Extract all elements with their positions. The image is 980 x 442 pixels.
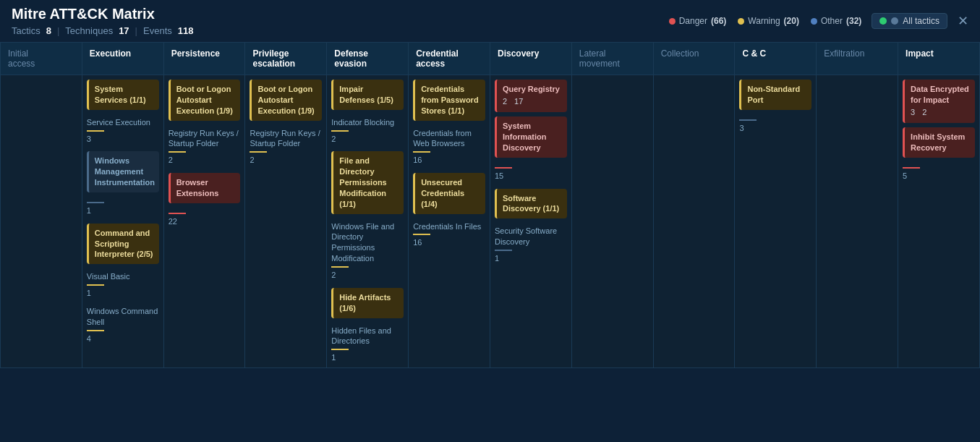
card-title: Inhibit System Recovery [911,132,969,153]
sub-divider [413,234,430,235]
sub-count: 1 [87,288,159,299]
sub-divider [87,284,104,286]
matrix-table: Initialaccess Execution Persistence Priv… [0,42,980,368]
card-non-standard-port[interactable]: Non-Standard Port [739,80,811,110]
count-val-2: 17 [514,96,523,106]
sub-non-standard: 3 [739,114,811,134]
sub-hidden-files: Hidden Files and Directories 1 [331,323,404,364]
sub-inhibit: 5 [903,162,975,182]
sub-divider [495,167,512,169]
sub-count: 1 [495,253,567,264]
sub-count: 2 [331,134,404,145]
card-query-registry[interactable]: Query Registry 2 17 [495,80,567,112]
sub-count: 16 [413,155,485,166]
header-left: Mitre ATT&CK Matrix Tactics 8 | Techniqu… [12,6,193,36]
sub-label: Credentials from Web Browsers [413,128,485,150]
card-file-perms[interactable]: File and Directory Permissions Modificat… [331,151,404,213]
danger-label: Danger [679,16,707,26]
count-val-2: 2 [922,107,926,117]
sub-label: Hidden Files and Directories [331,326,404,347]
card-creds-password-stores[interactable]: Credentials from Password Stores (1/1) [413,80,485,121]
cell-exfiltration [817,75,898,368]
col-persistence: Persistence [163,43,245,75]
sub-cmd-shell: Windows Command Shell 4 [87,303,159,344]
techniques-value: 17 [119,25,129,36]
count-row: 3 2 [911,106,969,119]
sub-divider [739,119,757,121]
toggle-green-dot [879,17,887,25]
col-cnc: C & C [735,43,817,75]
col-credential: Credentialaccess [409,43,490,75]
card-title: File and Directory Permissions Modificat… [339,156,398,209]
sub-divider [331,130,349,132]
card-title: Credentials from Password Stores (1/1) [421,84,480,116]
count-row: 2 17 [503,95,561,108]
other-count: (32) [846,16,861,26]
cell-defense-evasion: Impair Defenses (1/5) Indicator Blocking… [327,75,409,368]
sub-divider [903,167,920,169]
toggle-label: All tactics [903,16,939,26]
sub-sys-info: 15 [495,162,567,182]
cell-credential-access: Credentials from Password Stores (1/1) C… [409,75,490,368]
card-title: Browser Extensions [176,177,235,199]
card-title: Unsecured Credentials (1/4) [421,177,480,210]
sub-label: Registry Run Keys / Startup Folder [169,128,241,150]
sub-divider [495,250,512,251]
all-tactics-toggle[interactable]: All tactics [872,13,947,29]
sub-divider [87,202,104,203]
sub-count: 2 [250,155,322,166]
card-wmi[interactable]: Windows Management Instrumentation [87,151,159,192]
header-stats: Tactics 8 | Techniques 17 | Events 118 [12,25,193,36]
sub-label: Registry Run Keys / Startup Folder [250,128,322,150]
sub-count: 15 [495,171,567,182]
cell-discovery: Query Registry 2 17 System Information D… [490,75,571,368]
card-browser-ext[interactable]: Browser Extensions [169,173,241,203]
warning-dot [738,18,744,25]
sub-count: 2 [331,270,404,281]
sub-label: Windows Command Shell [87,306,159,328]
col-privilege: Privilegeescalation [245,43,327,75]
sub-divider [87,330,104,331]
card-title: Non-Standard Port [747,84,806,106]
card-hide-artifacts[interactable]: Hide Artifacts (1/6) [331,288,404,318]
card-title: System Services (1/1) [95,84,153,106]
warning-count: (20) [784,16,799,26]
close-button[interactable]: ✕ [958,13,968,29]
card-unsecured-creds[interactable]: Unsecured Credentials (1/4) [413,173,485,214]
sub-count: 4 [87,333,159,344]
cell-persistence: Boot or Logon Autostart Execution (1/9) … [163,75,245,368]
card-sys-info-discovery[interactable]: System Information Discovery [495,116,567,158]
card-software-discovery[interactable]: Software Discovery (1/1) [495,189,567,219]
card-title: Data Encrypted for Impact [911,84,969,106]
other-label: Other [821,16,843,26]
cell-privilege-escalation: Boot or Logon Autostart Execution (1/9) … [245,75,327,368]
col-initial-access: Initialaccess [1,43,82,75]
sub-wmi: 1 [87,197,159,216]
sub-divider [331,266,349,268]
card-inhibit-recovery[interactable]: Inhibit System Recovery [903,127,975,158]
sub-label: Windows File and Directory Permissions M… [331,221,404,264]
col-exfiltration: Exfiltration [817,43,898,75]
card-system-services[interactable]: System Services (1/1) [87,80,159,110]
sub-count: 1 [331,352,404,363]
sub-security-software: Security Software Discovery 1 [495,223,567,264]
danger-count: (66) [711,16,726,26]
col-impact: Impact [898,43,980,75]
sub-divider [250,151,267,153]
danger-dot [669,18,676,25]
matrix-row: System Services (1/1) Service Execution … [1,75,980,368]
cell-cnc: Non-Standard Port 3 [735,75,817,368]
card-data-encrypted[interactable]: Data Encrypted for Impact 3 2 [903,80,975,123]
card-scripting[interactable]: Command and Scripting Interpreter (2/5) [87,224,159,265]
card-boot-logon-priv[interactable]: Boot or Logon Autostart Execution (1/9) [250,80,322,121]
card-impair-defenses[interactable]: Impair Defenses (1/5) [331,80,404,110]
card-boot-logon[interactable]: Boot or Logon Autostart Execution (1/9) [169,80,241,121]
sub-divider [169,151,186,153]
card-title: Hide Artifacts (1/6) [339,292,398,314]
tactics-label: Tactics [12,25,41,36]
card-title: Command and Scripting Interpreter (2/5) [95,228,153,260]
divider-1: | [57,25,59,36]
sub-creds-web-browsers: Credentials from Web Browsers 16 [413,125,485,166]
legend-danger: Danger (66) [669,16,727,26]
other-dot [811,18,817,25]
